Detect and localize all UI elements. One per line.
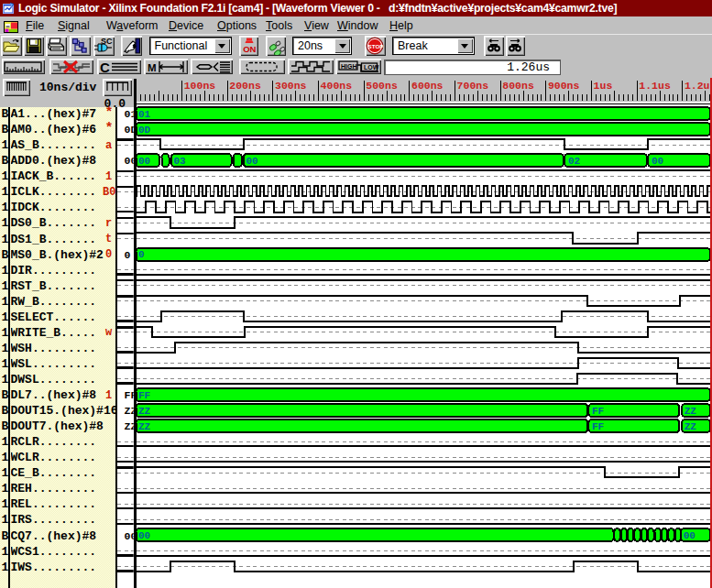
svg-text:00: 00 <box>138 530 150 541</box>
svg-text:00: 00 <box>138 156 150 167</box>
svg-text:ZZ: ZZ <box>685 421 697 432</box>
svg-text:0: 0 <box>138 249 145 260</box>
svg-text:800ns: 800ns <box>502 80 534 92</box>
svg-text:FF: FF <box>138 390 150 401</box>
svg-text:900ns: 900ns <box>548 80 580 92</box>
svg-text:1.1us: 1.1us <box>639 80 671 92</box>
svg-text:00: 00 <box>652 156 663 167</box>
svg-text:1us: 1us <box>594 80 613 92</box>
svg-text:ZZ: ZZ <box>138 421 151 432</box>
svg-text:700ns: 700ns <box>457 80 489 92</box>
svg-text:02: 02 <box>568 156 580 167</box>
svg-text:0D: 0D <box>138 125 151 136</box>
svg-text:200ns: 200ns <box>229 80 261 92</box>
svg-text:03: 03 <box>174 156 187 167</box>
svg-text:0: 0 <box>125 249 131 261</box>
svg-text:500ns: 500ns <box>366 80 398 92</box>
svg-text:ZZ: ZZ <box>138 406 151 417</box>
svg-text:600ns: 600ns <box>411 80 444 92</box>
svg-text:300ns: 300ns <box>275 80 307 92</box>
svg-text:FF: FF <box>592 406 604 417</box>
svg-text:100ns: 100ns <box>184 80 216 92</box>
svg-text:00: 00 <box>246 156 257 167</box>
svg-text:00: 00 <box>684 530 696 541</box>
svg-text:ZZ: ZZ <box>685 406 697 417</box>
svg-text:400ns: 400ns <box>321 80 353 92</box>
svg-text:FF: FF <box>592 421 604 432</box>
svg-text:01: 01 <box>138 109 151 120</box>
svg-text:1.2us: 1.2us <box>685 80 712 92</box>
